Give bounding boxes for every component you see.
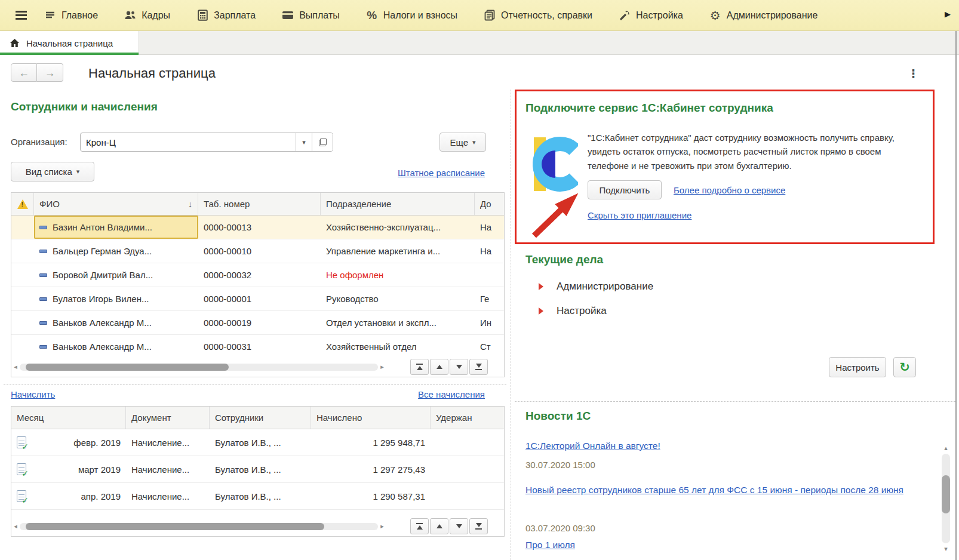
tab-home-page[interactable]: Начальная страница bbox=[0, 31, 139, 55]
card-icon bbox=[282, 10, 294, 21]
menu-item-glavnoe[interactable]: Главное bbox=[44, 10, 98, 21]
column-header-employees[interactable]: Сотрудники bbox=[210, 407, 311, 429]
first-row-button[interactable] bbox=[410, 518, 429, 534]
to-bottom-icon bbox=[476, 364, 482, 368]
menu-item-kadry[interactable]: Кадры bbox=[124, 10, 170, 21]
menu-item-nastroika[interactable]: Настройка bbox=[619, 10, 683, 21]
more-button[interactable]: Еще bbox=[439, 133, 486, 152]
column-header-accrued[interactable]: Начислено bbox=[311, 407, 431, 429]
service-details-link[interactable]: Более подробно о сервисе bbox=[674, 185, 785, 195]
accruals-hscrollbar[interactable] bbox=[20, 523, 378, 530]
column-header-fio[interactable]: ФИО bbox=[34, 193, 198, 215]
refresh-button[interactable] bbox=[893, 357, 916, 377]
employees-table-header: ФИО Таб. номер Подразделение До bbox=[11, 193, 504, 216]
page-title: Начальная страница bbox=[88, 66, 216, 81]
window-right-edge bbox=[955, 31, 957, 560]
table-row[interactable]: апр. 2019 Начисление... Булатов И.В., ..… bbox=[11, 483, 504, 510]
back-button[interactable]: ← bbox=[11, 63, 37, 82]
last-row-button[interactable] bbox=[469, 518, 488, 534]
news-link[interactable]: 1С:Лекторий Онлайн в августе! bbox=[525, 441, 908, 451]
accruals-table-header: Месяц Документ Сотрудники Начислено Удер… bbox=[11, 407, 504, 429]
table-row[interactable]: Ваньков Александр М... 0000-00031 Хозяйс… bbox=[11, 335, 504, 359]
employees-hscrollbar[interactable] bbox=[20, 364, 378, 371]
next-row-button[interactable] bbox=[450, 518, 468, 534]
employees-table: ФИО Таб. номер Подразделение До Базин Ан… bbox=[11, 192, 505, 377]
to-top-icon bbox=[417, 525, 423, 530]
all-accruals-link[interactable]: Все начисления bbox=[382, 389, 485, 399]
back-arrow-icon: ← bbox=[19, 67, 29, 78]
hide-invitation-link[interactable]: Скрыть это приглашение bbox=[588, 210, 691, 220]
todo-item-nastroika[interactable]: Настройка bbox=[539, 305, 607, 317]
organization-input[interactable]: Крон-Ц bbox=[81, 133, 296, 151]
table-row[interactable]: февр. 2019 Начисление... Булатов И.В., .… bbox=[11, 429, 504, 456]
menu-item-otchetnost[interactable]: Отчетность, справки bbox=[484, 10, 592, 21]
column-header-withheld[interactable]: Удержан bbox=[431, 407, 505, 429]
news-vscrollbar: ▴ ▾ bbox=[941, 444, 951, 553]
scroll-left-icon[interactable]: ◂ bbox=[11, 363, 20, 371]
news-date: 03.07.2020 09:30 bbox=[525, 523, 595, 533]
section-separator bbox=[4, 384, 506, 385]
organization-open-button[interactable] bbox=[312, 133, 333, 151]
employee-dash-icon bbox=[39, 297, 47, 301]
menu-item-administrirovanie[interactable]: Администрирование bbox=[709, 10, 818, 21]
hscroll-thumb[interactable] bbox=[26, 364, 229, 371]
next-row-button[interactable] bbox=[450, 359, 468, 375]
hscroll-thumb[interactable] bbox=[26, 523, 324, 530]
forward-button[interactable]: → bbox=[37, 63, 63, 82]
column-header-tab-num[interactable]: Таб. номер bbox=[198, 193, 321, 215]
todo-item-administrirovanie[interactable]: Администрирование bbox=[539, 281, 653, 293]
application-window: Главное Кадры Зарплата Выплаты Налоги и … bbox=[0, 0, 959, 560]
service-banner-description: "1С:Кабинет сотрудника" даст сотруднику … bbox=[588, 131, 922, 173]
menu-item-nalogi[interactable]: Налоги и взносы bbox=[366, 10, 457, 21]
column-header-month[interactable]: Месяц bbox=[11, 407, 126, 429]
connect-button[interactable]: Подключить bbox=[588, 180, 662, 199]
open-picker-icon bbox=[319, 139, 327, 146]
vscroll-thumb[interactable] bbox=[942, 475, 950, 513]
forward-arrow-icon: → bbox=[45, 67, 56, 78]
news-link[interactable]: Про 1 июля bbox=[525, 540, 908, 550]
column-header-dept[interactable]: Подразделение bbox=[321, 193, 475, 215]
news-heading: Новости 1С bbox=[525, 410, 591, 423]
history-nav-group: ← → bbox=[11, 63, 63, 82]
menu-overflow-arrow-icon[interactable] bbox=[945, 10, 951, 19]
gear-icon bbox=[709, 10, 721, 21]
section-separator bbox=[515, 401, 955, 402]
table-row[interactable]: Булатов Игорь Вилен... 0000-00001 Руково… bbox=[11, 287, 504, 311]
staffing-schedule-link[interactable]: Штатное расписание bbox=[382, 168, 485, 178]
warning-icon bbox=[17, 199, 28, 209]
warning-column-header[interactable] bbox=[11, 193, 34, 215]
accrue-link[interactable]: Начислить bbox=[11, 389, 55, 399]
row-navigation-group bbox=[410, 518, 488, 534]
last-row-button[interactable] bbox=[469, 359, 488, 375]
news-link[interactable]: Новый реестр сотрудников старше 65 лет д… bbox=[525, 484, 912, 497]
scroll-down-icon[interactable]: ▾ bbox=[941, 545, 951, 553]
scroll-right-icon[interactable]: ▸ bbox=[378, 363, 386, 371]
vscroll-track[interactable] bbox=[942, 454, 950, 543]
news-date: 30.07.2020 15:00 bbox=[525, 460, 595, 470]
panel-divider bbox=[511, 90, 511, 560]
menu-item-vyplaty[interactable]: Выплаты bbox=[282, 10, 340, 21]
table-row[interactable]: Боровой Дмитрий Вал... 0000-00032 Не офо… bbox=[11, 263, 504, 287]
table-row[interactable]: март 2019 Начисление... Булатов И.В., ..… bbox=[11, 456, 504, 483]
first-row-button[interactable] bbox=[410, 359, 429, 375]
home-section-icon bbox=[44, 10, 56, 21]
scroll-left-icon[interactable]: ◂ bbox=[11, 522, 20, 530]
down-icon bbox=[456, 365, 462, 369]
kebab-menu-icon[interactable] bbox=[908, 67, 919, 81]
prev-row-button[interactable] bbox=[430, 359, 448, 375]
prev-row-button[interactable] bbox=[430, 518, 448, 534]
accruals-hscroll-strip: ◂ ▸ bbox=[11, 516, 504, 536]
main-menu-button[interactable] bbox=[16, 11, 33, 20]
column-header-position[interactable]: До bbox=[475, 193, 505, 215]
organization-dropdown-button[interactable] bbox=[296, 133, 312, 151]
column-header-document[interactable]: Документ bbox=[126, 407, 210, 429]
table-row[interactable]: Бальцер Герман Эдуа... 0000-00010 Управл… bbox=[11, 239, 504, 263]
scroll-up-icon[interactable]: ▴ bbox=[941, 444, 951, 452]
table-row[interactable]: Ваньков Александр М... 0000-00019 Отдел … bbox=[11, 311, 504, 335]
employees-hscroll-strip: ◂ ▸ bbox=[11, 357, 504, 377]
menu-item-zarplata[interactable]: Зарплата bbox=[196, 10, 256, 21]
list-view-button[interactable]: Вид списка bbox=[11, 162, 94, 181]
configure-button[interactable]: Настроить bbox=[829, 357, 886, 377]
scroll-right-icon[interactable]: ▸ bbox=[378, 522, 386, 530]
table-row[interactable]: Базин Антон Владими... 0000-00013 Хозяйс… bbox=[11, 216, 504, 239]
